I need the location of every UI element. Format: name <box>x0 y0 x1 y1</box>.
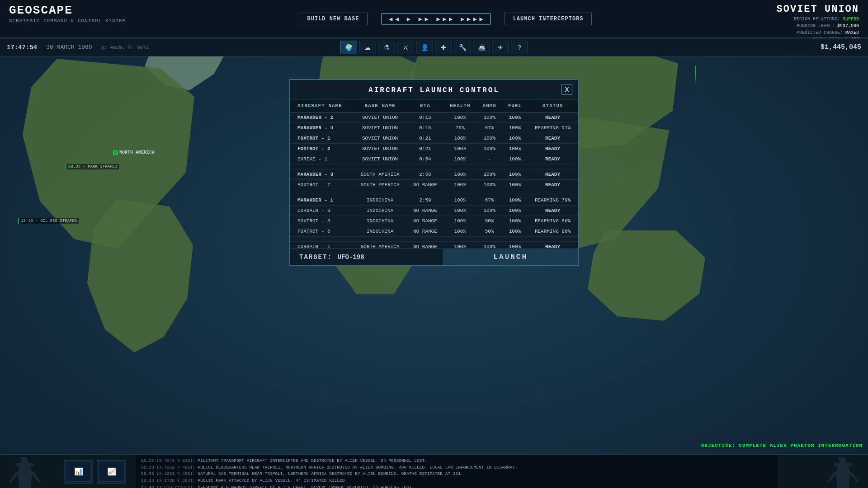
aircraft-base: SOUTH AMERICA <box>353 169 406 180</box>
aircraft-health: 100% <box>443 113 476 123</box>
icon-bar: 🌍 ☁ ⚗ ⚔ 👤 ✚ 🔧 🚢 ✈ ? <box>340 41 528 54</box>
aircraft-fuel: 100% <box>502 154 528 164</box>
aircraft-launch-modal: AIRCRAFT LAUNCH CONTROL X AIRCRAFT NAME … <box>289 79 579 266</box>
aircraft-health: 100% <box>443 180 476 190</box>
aircraft-name: FOXTROT - 6 <box>290 226 353 237</box>
table-row[interactable]: FOXTROT - 6 INDOCHINA NO RANGE 100% 50% … <box>290 226 578 237</box>
log-entry: 08.33 (X:4049 Y:529): MILITARY TRANSPORT… <box>141 458 772 465</box>
aircraft-fuel: 100% <box>502 180 528 190</box>
build-base-button[interactable]: BUILD NEW BASE <box>299 13 368 25</box>
aircraft-base: INDOCHINA <box>353 206 406 216</box>
bottom-monitors: 📊 📈 <box>54 455 136 488</box>
col-fuel: FUEL <box>502 99 528 113</box>
aircraft-status: READY <box>528 206 578 216</box>
aircraft-fuel: 100% <box>502 144 528 154</box>
aircraft-ammo: 100% <box>476 133 502 144</box>
status-money: $1,445,045 <box>821 43 861 51</box>
col-health: HEALTH <box>443 99 476 113</box>
speed-btn-1[interactable]: ► <box>404 15 414 23</box>
modal-header: AIRCRAFT LAUNCH CONTROL X <box>290 80 578 99</box>
aircraft-fuel: 100% <box>502 169 528 180</box>
aircraft-eta: 2:59 <box>407 195 443 206</box>
aircraft-name: MARAUDER - 2 <box>290 113 353 123</box>
monitor-1: 📊 <box>64 460 93 483</box>
aircraft-name: FOXTROT - 7 <box>290 180 353 190</box>
col-base-name: BASE NAME <box>353 99 406 113</box>
icon-globe[interactable]: 🌍 <box>340 41 357 54</box>
table-row[interactable]: FOXTROT - 2 SOVIET UNION 0:21 100% 100% … <box>290 144 578 154</box>
aircraft-name: MARAUDER - 3 <box>290 169 353 180</box>
aircraft-status: REARMING 79% <box>528 195 578 206</box>
aircraft-health: 100% <box>443 195 476 206</box>
aircraft-health: 100% <box>443 242 476 249</box>
aircraft-name: MARAUDER - 1 <box>290 195 353 206</box>
aircraft-ammo: 50% <box>476 216 502 226</box>
aircraft-name: FOXTROT - 5 <box>290 216 353 226</box>
aircraft-health: 100% <box>443 169 476 180</box>
aircraft-eta: NO RANGE <box>407 216 443 226</box>
launch-button[interactable]: LAUNCH <box>443 249 578 265</box>
table-row[interactable]: MARAUDER - 2 SOVIET UNION 0:15 100% 100%… <box>290 113 578 123</box>
speed-controls: ◄◄ ► ►► ►►► ►►►► <box>381 13 491 25</box>
icon-medical[interactable]: ✚ <box>435 41 452 54</box>
col-aircraft-name: AIRCRAFT NAME <box>290 99 353 113</box>
icon-air[interactable]: ✈ <box>492 41 509 54</box>
table-row[interactable]: MARAUDER - 4 SOVIET UNION 0:15 76% 67% 1… <box>290 123 578 133</box>
aircraft-eta: 0:54 <box>407 154 443 164</box>
aircraft-name: MARAUDER - 4 <box>290 123 353 133</box>
icon-engineering[interactable]: 🔧 <box>454 41 471 54</box>
aircraft-base: SOVIET UNION <box>353 133 406 144</box>
icon-help[interactable]: ? <box>511 41 528 54</box>
aircraft-base: NORTH AMERICA <box>353 242 406 249</box>
aircraft-fuel: 100% <box>502 133 528 144</box>
log-entry: 08.33 (X:1728 Y:393): PUBLIC PARK ATTACK… <box>141 478 772 484</box>
icon-cloud[interactable]: ☁ <box>359 41 376 54</box>
app-title: GEOSCAPE <box>9 4 127 17</box>
aircraft-name: CORSAIR - 3 <box>290 206 353 216</box>
aircraft-base: INDOCHINA <box>353 195 406 206</box>
status-time: 17:47:54 <box>7 44 37 51</box>
aircraft-status: READY <box>528 144 578 154</box>
aircraft-table-wrapper[interactable]: AIRCRAFT NAME BASE NAME ETA HEALTH AMMO … <box>290 99 578 249</box>
table-row[interactable]: CORSAIR - 3 INDOCHINA NO RANGE 100% 100%… <box>290 206 578 216</box>
speed-btn-4[interactable]: ►►►► <box>458 15 486 23</box>
region-title: SOVIET UNION <box>764 4 859 15</box>
table-row[interactable]: CORSAIR - 1 NORTH AMERICA NO RANGE 100% … <box>290 242 578 249</box>
modal-close-button[interactable]: X <box>561 84 572 95</box>
aircraft-eta: 0:21 <box>407 144 443 154</box>
icon-naval[interactable]: 🚢 <box>473 41 490 54</box>
status-date: 30 MARCH 1980 <box>46 44 92 51</box>
aircraft-fuel: 100% <box>502 242 528 249</box>
aircraft-eta: NO RANGE <box>407 226 443 237</box>
log-entry: 08.33 (X:4262 Y:490): POLICE HEADQUARTER… <box>141 465 772 471</box>
soldier-silhouette-right <box>827 457 859 488</box>
aircraft-health: 100% <box>443 154 476 164</box>
table-spacer <box>290 164 578 169</box>
speed-btn-pause[interactable]: ◄◄ <box>386 15 402 23</box>
table-row[interactable]: FOXTROT - 1 SOVIET UNION 0:21 100% 100% … <box>290 133 578 144</box>
aircraft-status: READY <box>528 133 578 144</box>
speed-btn-2[interactable]: ►► <box>415 15 432 23</box>
aircraft-health: 76% <box>443 123 476 133</box>
aircraft-base: INDOCHINA <box>353 226 406 237</box>
status-bar: 17:47:54 30 MARCH 1980 X: 4829, Y: 0872 … <box>0 38 868 56</box>
aircraft-status: READY <box>528 180 578 190</box>
table-row[interactable]: FOXTROT - 5 INDOCHINA NO RANGE 100% 50% … <box>290 216 578 226</box>
aircraft-fuel: 100% <box>502 195 528 206</box>
table-row[interactable]: FOXTROT - 7 SOUTH AMERICA NO RANGE 100% … <box>290 180 578 190</box>
icon-personnel[interactable]: 👤 <box>416 41 433 54</box>
table-row[interactable]: MARAUDER - 3 SOUTH AMERICA 2:58 100% 100… <box>290 169 578 180</box>
bottom-bar: 📊 📈 08.33 (X:4049 Y:529): MILITARY TRANS… <box>0 454 868 488</box>
speed-btn-3[interactable]: ►►► <box>434 15 456 23</box>
table-row[interactable]: SHRIKE - 1 SOVIET UNION 0:54 100% - 100%… <box>290 154 578 164</box>
aircraft-base: SOVIET UNION <box>353 123 406 133</box>
icon-combat[interactable]: ⚔ <box>397 41 414 54</box>
modal-overlay: AIRCRAFT LAUNCH CONTROL X AIRCRAFT NAME … <box>0 56 868 454</box>
aircraft-base: SOUTH AMERICA <box>353 180 406 190</box>
soldier-silhouette-left <box>9 457 41 488</box>
status-coords: X: 4829, Y: 0872 <box>101 45 149 50</box>
aircraft-eta: NO RANGE <box>407 180 443 190</box>
table-row[interactable]: MARAUDER - 1 INDOCHINA 2:59 100% 67% 100… <box>290 195 578 206</box>
launch-interceptors-button[interactable]: LAUNCH INTERCEPTORS <box>505 13 592 25</box>
icon-lab[interactable]: ⚗ <box>378 41 395 54</box>
